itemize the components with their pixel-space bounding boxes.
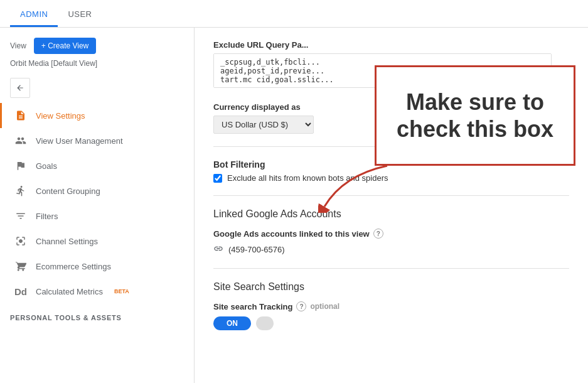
annotation-text: Make sure tocheck this box	[387, 78, 564, 153]
sidebar-item-content-grouping-label: Content Grouping	[36, 186, 100, 196]
calculated-metrics-icon: Dd	[14, 285, 27, 298]
sidebar-item-ecommerce-settings-label: Ecommerce Settings	[36, 262, 111, 271]
site-search-heading: Site Search Settings	[213, 281, 569, 293]
sidebar-item-view-user-management-label: View User Management	[36, 136, 123, 146]
channel-settings-icon	[14, 235, 27, 247]
sidebar-item-ecommerce-settings[interactable]: Ecommerce Settings	[0, 254, 194, 279]
sidebar-item-goals[interactable]: Goals	[0, 153, 194, 178]
current-view-label: Orbit Media [Default View]	[0, 59, 194, 75]
content-grouping-icon	[14, 185, 27, 197]
exclude-url-label: Exclude URL Query Pa...	[213, 40, 569, 50]
personal-tools-section-title: PERSONAL TOOLS & ASSETS	[0, 304, 194, 325]
bot-filtering-checkbox[interactable]	[213, 174, 222, 183]
linked-ads-section: Linked Google Ads Accounts Google Ads ac…	[213, 208, 569, 256]
optional-text: optional	[310, 302, 339, 311]
tab-admin[interactable]: ADMIN	[10, 2, 58, 27]
site-search-section: Site Search Settings Site search Trackin…	[213, 281, 569, 330]
tab-user[interactable]: USER	[58, 2, 102, 27]
settings-icon	[14, 109, 27, 122]
ecommerce-icon	[14, 260, 27, 272]
sidebar-item-filters[interactable]: Filters	[0, 203, 194, 229]
sidebar-item-goals-label: Goals	[36, 161, 57, 171]
filter-icon	[14, 210, 27, 222]
currency-select[interactable]: US Dollar (USD $)	[213, 116, 314, 134]
sidebar-item-channel-settings-label: Channel Settings	[36, 237, 98, 246]
annotation-arrow	[318, 163, 393, 213]
sidebar-item-calculated-metrics[interactable]: Dd Calculated Metrics BETA	[0, 279, 194, 304]
sidebar-item-content-grouping[interactable]: Content Grouping	[0, 178, 194, 203]
back-button[interactable]	[10, 78, 30, 98]
site-search-help-icon[interactable]: ?	[296, 301, 306, 311]
flag-icon	[14, 159, 27, 172]
create-view-button[interactable]: + Create View	[34, 38, 97, 54]
sidebar-item-view-settings[interactable]: View Settings	[0, 103, 194, 128]
sidebar-item-calculated-metrics-label: Calculated Metrics	[36, 287, 103, 296]
sidebar-item-view-settings-label: View Settings	[36, 111, 85, 121]
link-icon	[213, 244, 223, 256]
people-icon	[14, 134, 27, 147]
site-search-tracking-label: Site search Tracking	[213, 302, 292, 311]
toggle-on-button[interactable]: ON	[213, 316, 251, 330]
calculated-metrics-beta-badge: BETA	[114, 288, 129, 294]
sidebar: View + Create View Orbit Media [Default …	[0, 28, 195, 383]
sidebar-item-channel-settings[interactable]: Channel Settings	[0, 229, 194, 254]
linked-account-number: (459-700-6576)	[228, 245, 285, 254]
linked-ads-help-icon[interactable]: ?	[373, 229, 383, 239]
linked-ads-subsection-label: Google Ads accounts linked to this view	[213, 229, 370, 239]
main-content-area: Exclude URL Query Pa... _scpsug,d_utk,fb…	[195, 28, 588, 383]
view-label: View	[10, 41, 26, 50]
sidebar-item-filters-label: Filters	[36, 212, 58, 221]
annotation-box: Make sure tocheck this box	[375, 65, 575, 166]
toggle-off-part	[256, 316, 274, 330]
sidebar-item-view-user-management[interactable]: View User Management	[0, 128, 194, 153]
